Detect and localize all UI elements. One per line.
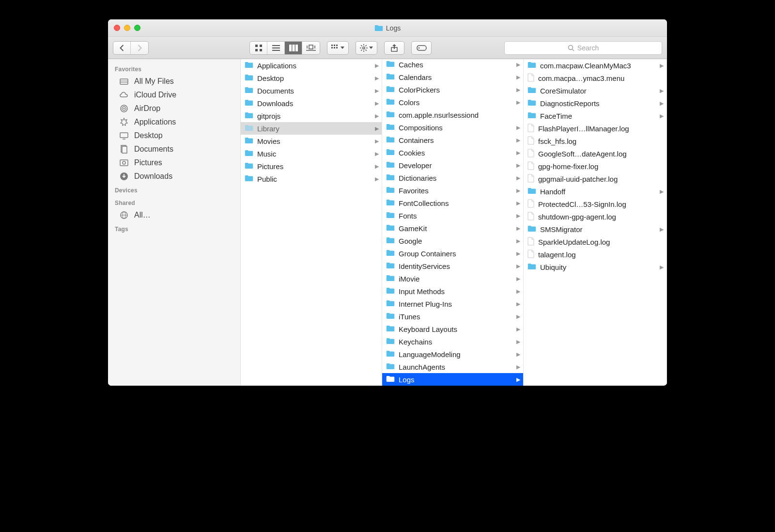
chevron-right-icon: ▶ <box>516 276 520 282</box>
list-item[interactable]: ColorPickers▶ <box>382 83 523 96</box>
minimize-button[interactable] <box>124 25 130 31</box>
list-item[interactable]: Internet Plug-Ins▶ <box>382 297 523 310</box>
sidebar-item-icloud-drive[interactable]: iCloud Drive <box>108 88 240 102</box>
list-item[interactable]: Movies▶ <box>241 135 382 147</box>
list-item[interactable]: Group Containers▶ <box>382 247 523 260</box>
back-button[interactable] <box>113 42 131 54</box>
list-item[interactable]: IdentityServices▶ <box>382 260 523 272</box>
list-item[interactable]: Dictionaries▶ <box>382 172 523 184</box>
zoom-button[interactable] <box>134 25 140 31</box>
sidebar-item-downloads[interactable]: Downloads <box>108 170 240 183</box>
list-item[interactable]: Favorites▶ <box>382 184 523 197</box>
list-item[interactable]: Colors▶ <box>382 96 523 109</box>
forward-button[interactable] <box>131 42 148 54</box>
folder-icon <box>386 111 395 119</box>
list-item[interactable]: FontCollections▶ <box>382 197 523 209</box>
list-item-label: GameKit <box>399 224 512 233</box>
folder-icon <box>527 112 536 120</box>
list-item[interactable]: iTunes▶ <box>382 310 523 323</box>
list-item[interactable]: Documents▶ <box>241 84 382 97</box>
sidebar-item-pictures[interactable]: Pictures <box>108 156 240 170</box>
list-item[interactable]: Input Methods▶ <box>382 285 523 297</box>
list-item[interactable]: Downloads▶ <box>241 97 382 110</box>
list-item[interactable]: DiagnosticReports▶ <box>524 97 666 110</box>
action-button[interactable] <box>356 41 377 55</box>
column-0[interactable]: Applications▶Desktop▶Documents▶Downloads… <box>241 59 382 386</box>
list-item[interactable]: Fonts▶ <box>382 209 523 222</box>
arrange-button[interactable] <box>327 41 349 55</box>
list-item[interactable]: com.macpa…ymac3.menu <box>524 72 666 84</box>
list-item[interactable]: Handoff▶ <box>524 185 666 198</box>
sidebar-item-all-[interactable]: All… <box>108 208 240 222</box>
list-item-label: Calendars <box>399 73 512 81</box>
list-item[interactable]: Public▶ <box>241 172 382 185</box>
column-view-button[interactable] <box>285 42 302 54</box>
apps-icon <box>119 117 129 127</box>
list-view-button[interactable] <box>267 42 285 54</box>
list-item[interactable]: LanguageModeling▶ <box>382 348 523 360</box>
sidebar-item-applications[interactable]: Applications <box>108 115 240 129</box>
list-item[interactable]: GoogleSoft…dateAgent.log <box>524 147 666 160</box>
coverflow-view-button[interactable] <box>302 42 320 54</box>
list-item[interactable]: Cookies▶ <box>382 146 523 159</box>
chevron-right-icon: ▶ <box>375 176 379 182</box>
list-item[interactable]: Music▶ <box>241 147 382 160</box>
icon-view-button[interactable] <box>250 42 267 54</box>
sidebar-item-label: iCloud Drive <box>134 91 176 99</box>
list-item[interactable]: SparkleUpdateLog.log <box>524 235 666 248</box>
list-item[interactable]: GameKit▶ <box>382 222 523 235</box>
list-item[interactable]: ProtectedCl…53-SignIn.log <box>524 198 666 210</box>
list-item[interactable]: com.apple.nsurlsessiond <box>382 109 523 121</box>
list-item[interactable]: gpgmail-uuid-patcher.log <box>524 172 666 185</box>
list-item[interactable]: Keychains▶ <box>382 335 523 348</box>
folder-icon <box>386 275 395 283</box>
list-item[interactable]: Compositions▶ <box>382 121 523 134</box>
list-item[interactable]: Pictures▶ <box>241 160 382 172</box>
list-item[interactable]: Containers▶ <box>382 134 523 146</box>
share-button[interactable] <box>384 41 404 55</box>
list-item[interactable]: Desktop▶ <box>241 72 382 84</box>
folder-icon <box>245 150 253 158</box>
column-1[interactable]: Caches▶Calendars▶ColorPickers▶Colors▶com… <box>382 59 524 386</box>
list-item[interactable]: LaunchAgents▶ <box>382 360 523 373</box>
list-item[interactable]: com.macpaw.CleanMyMac3▶ <box>524 59 666 72</box>
list-item[interactable]: Google▶ <box>382 235 523 247</box>
list-item[interactable]: SMSMigrator▶ <box>524 223 666 235</box>
list-item[interactable]: Library▶ <box>241 122 382 135</box>
search-field[interactable]: Search <box>504 41 662 55</box>
list-item[interactable]: gitprojs▶ <box>241 110 382 122</box>
list-item[interactable]: shutdown-gpg-agent.log <box>524 210 666 223</box>
chevron-right-icon: ▶ <box>660 188 664 195</box>
list-item[interactable]: talagent.log <box>524 248 666 261</box>
list-item[interactable]: Ubiquity▶ <box>524 261 666 273</box>
list-item[interactable]: FaceTime▶ <box>524 110 666 122</box>
sidebar-item-documents[interactable]: Documents <box>108 142 240 156</box>
list-item[interactable]: Caches▶ <box>382 59 523 71</box>
chevron-right-icon: ▶ <box>516 326 520 332</box>
list-item[interactable]: iMovie▶ <box>382 272 523 285</box>
list-item[interactable]: Calendars▶ <box>382 71 523 83</box>
list-item[interactable]: gpg-home-fixer.log <box>524 160 666 172</box>
list-item[interactable]: fsck_hfs.log <box>524 135 666 147</box>
window-body: FavoritesAll My FilesiCloud DriveAirDrop… <box>108 59 667 386</box>
sidebar-item-desktop[interactable]: Desktop <box>108 129 240 142</box>
svg-rect-3 <box>260 49 262 51</box>
list-item[interactable]: Developer▶ <box>382 159 523 172</box>
sidebar[interactable]: FavoritesAll My FilesiCloud DriveAirDrop… <box>108 59 241 386</box>
close-button[interactable] <box>114 25 120 31</box>
sidebar-item-all-my-files[interactable]: All My Files <box>108 75 240 88</box>
list-item[interactable]: FlashPlayerI…llManager.log <box>524 122 666 135</box>
sidebar-item-airdrop[interactable]: AirDrop <box>108 102 240 115</box>
folder-icon <box>386 98 395 107</box>
column-2[interactable]: com.macpaw.CleanMyMac3▶com.macpa…ymac3.m… <box>524 59 667 386</box>
list-item[interactable]: Keyboard Layouts▶ <box>382 323 523 335</box>
list-item[interactable]: Logs▶ <box>382 373 523 386</box>
sidebar-item-label: AirDrop <box>134 104 160 113</box>
chevron-right-icon: ▶ <box>660 88 664 94</box>
list-item[interactable]: Applications▶ <box>241 59 382 72</box>
tags-button[interactable] <box>411 41 432 55</box>
chevron-right-icon: ▶ <box>516 376 520 383</box>
folder-icon <box>527 99 536 108</box>
list-item-label: Music <box>257 150 371 158</box>
list-item[interactable]: CoreSimulator▶ <box>524 84 666 97</box>
